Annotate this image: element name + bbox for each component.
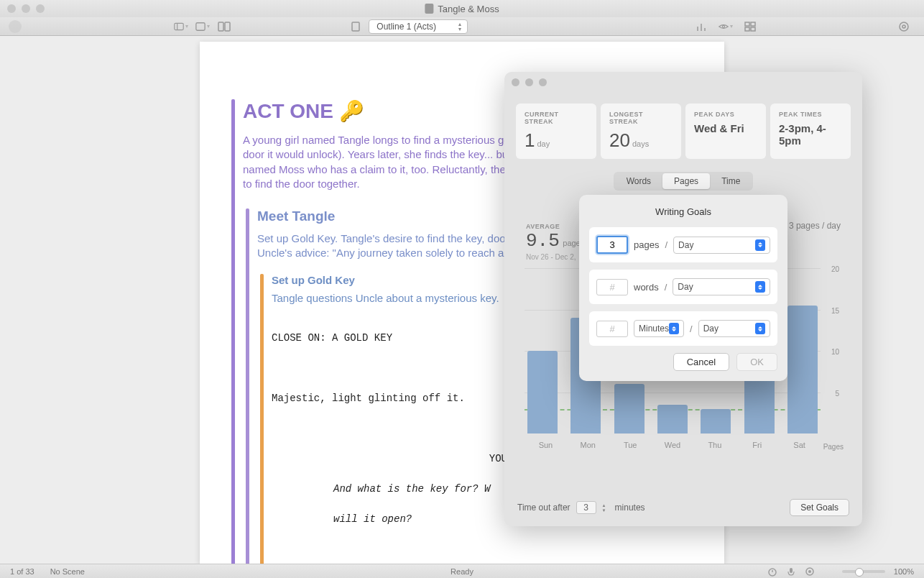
seg-pages[interactable]: Pages bbox=[662, 173, 710, 189]
x-tick: Wed bbox=[652, 441, 694, 449]
slash-separator: / bbox=[665, 282, 667, 293]
y-tick: 10 bbox=[831, 348, 839, 356]
page-indicator: 1 of 33 bbox=[10, 567, 34, 576]
peak-times-card: PEAK TIMES 2-3pm, 4-5pm bbox=[770, 104, 851, 159]
stat-cards-row: CURRENT STREAK 1day LONGEST STREAK 20day… bbox=[504, 92, 862, 165]
svg-point-14 bbox=[900, 22, 908, 31]
x-tick: Mon bbox=[567, 441, 609, 449]
minimize-window-button[interactable] bbox=[22, 4, 30, 13]
beat-color-bar bbox=[260, 274, 264, 564]
y-tick: 5 bbox=[835, 389, 839, 397]
x-tick: Tue bbox=[609, 441, 652, 449]
metric-segmented-control: Words Pages Time bbox=[614, 172, 754, 191]
seg-time[interactable]: Time bbox=[710, 173, 752, 189]
x-tick: Thu bbox=[693, 441, 736, 449]
bar-sat bbox=[787, 306, 818, 434]
stats-bottom-row: Time out after 3 ▲▼ minutes Set Goals bbox=[504, 492, 862, 526]
scene-indicator: No Scene bbox=[50, 567, 85, 576]
y-tick: 15 bbox=[831, 306, 839, 314]
words-goal-input[interactable] bbox=[596, 279, 628, 295]
timeout-stepper[interactable]: ▲▼ bbox=[602, 502, 609, 513]
dark-mode-icon[interactable] bbox=[823, 566, 833, 577]
timeout-unit: minutes bbox=[615, 503, 645, 513]
status-left: 1 of 33 No Scene bbox=[10, 567, 85, 576]
outline-select-label: Outline 1 (Acts) bbox=[376, 22, 436, 32]
words-goal-label: words bbox=[634, 282, 659, 293]
zoom-slider[interactable] bbox=[842, 570, 885, 573]
select-label: Day bbox=[678, 240, 693, 250]
bar-tue bbox=[614, 384, 645, 434]
longest-streak-card: LONGEST STREAK 20days bbox=[601, 104, 681, 159]
goal-text: 3 pages / day bbox=[789, 221, 841, 231]
svg-rect-11 bbox=[751, 22, 755, 26]
svg-point-9 bbox=[722, 25, 724, 27]
timeout-value[interactable]: 3 bbox=[576, 501, 596, 514]
slash-separator: / bbox=[690, 324, 693, 334]
stat-label: CURRENT STREAK bbox=[525, 111, 588, 125]
pages-goal-input[interactable] bbox=[596, 236, 628, 254]
zoom-panel-button[interactable] bbox=[539, 78, 547, 86]
svg-point-20 bbox=[808, 570, 811, 573]
chevron-updown-icon bbox=[755, 323, 765, 334]
stat-value: 20 bbox=[609, 129, 630, 151]
cancel-button[interactable]: Cancel bbox=[673, 353, 729, 371]
collaborator-icon[interactable] bbox=[9, 20, 22, 33]
stats-icon[interactable] bbox=[694, 21, 708, 32]
sync-icon[interactable] bbox=[805, 566, 815, 577]
preview-icon[interactable]: ▾ bbox=[719, 21, 733, 32]
act-color-bar bbox=[231, 99, 235, 564]
sidebar-toggle-icon[interactable]: ▾ bbox=[174, 21, 188, 32]
window-titlebar: Tangle & Moss bbox=[0, 0, 924, 17]
average-value: 9.5 bbox=[526, 230, 560, 252]
select-label: Day bbox=[678, 282, 693, 292]
minimize-panel-button[interactable] bbox=[525, 78, 533, 86]
stat-value: Wed & Fri bbox=[694, 122, 757, 134]
window-controls bbox=[7, 4, 45, 13]
select-label: Day bbox=[703, 324, 719, 334]
svg-rect-3 bbox=[218, 22, 223, 31]
slash-separator: / bbox=[665, 239, 667, 250]
svg-rect-10 bbox=[745, 22, 749, 26]
status-center: Ready bbox=[451, 567, 473, 576]
peak-days-card: PEAK DAYS Wed & Fri bbox=[685, 104, 766, 159]
microphone-icon[interactable] bbox=[786, 566, 796, 577]
timeout-label: Time out after bbox=[517, 503, 570, 513]
pages-period-select[interactable]: Day bbox=[673, 237, 770, 254]
x-tick: Fri bbox=[736, 441, 778, 449]
stats-titlebar bbox=[504, 72, 862, 92]
close-panel-button[interactable] bbox=[512, 78, 519, 86]
svg-rect-12 bbox=[745, 27, 749, 31]
stat-value: 2-3pm, 4-5pm bbox=[779, 122, 842, 147]
close-window-button[interactable] bbox=[7, 4, 16, 13]
cards-icon[interactable] bbox=[743, 21, 757, 32]
minutes-period-select[interactable]: Day bbox=[698, 320, 770, 337]
minutes-goal-input[interactable] bbox=[596, 321, 628, 337]
bar-wed bbox=[657, 405, 688, 434]
scene-color-bar bbox=[246, 208, 249, 564]
svg-rect-18 bbox=[790, 568, 793, 573]
status-right: 100% bbox=[767, 566, 914, 577]
document-icon bbox=[425, 4, 433, 14]
stat-label: PEAK DAYS bbox=[694, 111, 757, 118]
bar-thu bbox=[701, 409, 731, 434]
stat-unit: day bbox=[537, 139, 550, 148]
zoom-window-button[interactable] bbox=[36, 4, 45, 13]
split-view-icon[interactable] bbox=[217, 21, 231, 32]
outline-select[interactable]: Outline 1 (Acts) ▴▾ bbox=[369, 19, 468, 34]
words-goal-row: words / Day bbox=[589, 270, 777, 304]
svg-rect-5 bbox=[352, 22, 359, 31]
stat-label: PEAK TIMES bbox=[779, 111, 842, 118]
ok-button: OK bbox=[736, 353, 777, 371]
tag-icon[interactable] bbox=[348, 21, 363, 32]
target-icon[interactable] bbox=[897, 21, 911, 32]
seg-words[interactable]: Words bbox=[615, 173, 662, 189]
y-tick: 20 bbox=[831, 265, 839, 273]
time-unit-select[interactable]: Minutes bbox=[634, 320, 684, 337]
timer-icon[interactable] bbox=[767, 566, 777, 577]
words-period-select[interactable]: Day bbox=[673, 278, 770, 295]
set-goals-button[interactable]: Set Goals bbox=[790, 499, 849, 516]
page-view-icon[interactable]: ▾ bbox=[195, 21, 210, 32]
minutes-goal-row: Minutes / Day bbox=[589, 311, 777, 346]
chevron-updown-icon bbox=[755, 239, 765, 251]
stat-unit: days bbox=[632, 139, 649, 148]
